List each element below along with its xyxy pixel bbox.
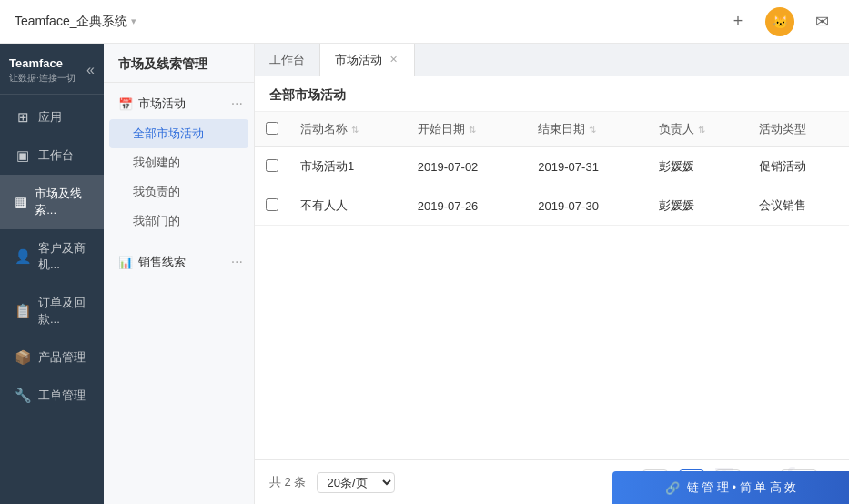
sidebar: 市场及线索管理 📅 市场活动 ··· 全部市场活动 我创建的 我负责的 我部门的… — [104, 44, 255, 504]
app-title-text: Teamface_企典系统 — [15, 14, 127, 30]
topbar-actions: + 🐱 ✉ — [725, 7, 834, 36]
nav-item-customer[interactable]: 👤 客户及商机... — [0, 229, 104, 284]
table-title: 全部市场活动 — [255, 76, 849, 112]
market-activity-label: 市场活动 — [138, 96, 186, 112]
promo-bar: 🔗 链 管 理 • 简 单 高 效 — [612, 471, 849, 504]
nav-label-orders: 订单及回款... — [38, 295, 89, 328]
sort-start-date[interactable]: 开始日期 ⇅ — [418, 121, 476, 137]
table-body: 市场活动1 2019-07-02 2019-07-31 彭媛媛 促销活动 不有人… — [255, 147, 849, 226]
sidebar-sales-leads[interactable]: 📊 销售线索 ··· — [104, 247, 254, 277]
th-start-date-label: 开始日期 — [418, 121, 465, 137]
th-name-label: 活动名称 — [300, 121, 348, 137]
tabs-bar: 工作台 市场活动 ✕ — [255, 44, 849, 76]
nav-item-workorder[interactable]: 🔧 工单管理 — [0, 377, 104, 415]
content-area: 工作台 市场活动 ✕ 全部市场活动 — [255, 44, 849, 504]
row-start-date: 2019-07-02 — [407, 147, 528, 186]
sort-icon-name: ⇅ — [351, 125, 359, 135]
sort-end-date[interactable]: 结束日期 ⇅ — [538, 121, 596, 137]
topbar: Teamface_企典系统 ▾ + 🐱 ✉ — [0, 0, 849, 44]
sales-leads-more[interactable]: ··· — [231, 254, 243, 270]
app-title[interactable]: Teamface_企典系统 ▾ — [15, 14, 136, 30]
sidebar-section-market: 📅 市场活动 ··· 全部市场活动 我创建的 我负责的 我部门的 — [104, 83, 254, 241]
table-row: 不有人人 2019-07-26 2019-07-30 彭媛媛 会议销售 — [255, 186, 849, 226]
nav-label-apps: 应用 — [38, 109, 62, 126]
tab-close-icon[interactable]: ✕ — [388, 52, 399, 67]
select-all-checkbox[interactable] — [266, 122, 278, 135]
logo-area: Teamface 让数据·连接一切 « — [0, 44, 104, 95]
avatar[interactable]: 🐱 — [765, 7, 794, 36]
th-end-date: 结束日期 ⇅ — [527, 112, 648, 147]
tab-workbench-label: 工作台 — [269, 52, 305, 68]
apps-icon: ⊞ — [15, 109, 31, 126]
mail-button[interactable]: ✉ — [809, 9, 834, 35]
sort-name[interactable]: 活动名称 ⇅ — [300, 121, 359, 137]
logo-subtitle: 让数据·连接一切 — [9, 72, 76, 85]
row-end-date: 2019-07-30 — [527, 186, 648, 226]
logo-name: Teamface — [9, 56, 76, 72]
pagination-total: 共 2 条 — [269, 474, 306, 490]
nav-items: ⊞ 应用 ▣ 工作台 ▦ 市场及线索... 👤 客户及商机... 📋 订单及回款… — [0, 95, 104, 415]
nav-item-products[interactable]: 📦 产品管理 — [0, 338, 104, 377]
sidebar-sub-my-created[interactable]: 我创建的 — [104, 148, 254, 177]
nav-item-apps[interactable]: ⊞ 应用 — [0, 98, 104, 136]
row-type: 促销活动 — [748, 147, 849, 186]
row-owner: 彭媛媛 — [648, 186, 748, 226]
sales-leads-label: 销售线索 — [138, 254, 186, 270]
sidebar-section-sales: 📊 销售线索 ··· — [104, 241, 254, 283]
sort-owner[interactable]: 负责人 ⇅ — [659, 121, 705, 137]
add-button[interactable]: + — [725, 9, 751, 35]
row-checkbox-0[interactable] — [266, 159, 278, 172]
customer-icon: 👤 — [15, 248, 31, 265]
row-name: 市场活动1 — [289, 147, 407, 186]
th-owner-label: 负责人 — [659, 121, 694, 137]
workbench-icon: ▣ — [15, 147, 31, 164]
row-checkbox-1[interactable] — [266, 198, 278, 211]
row-checkbox-cell — [255, 147, 289, 186]
sidebar-market-activity[interactable]: 📅 市场活动 ··· — [104, 88, 254, 119]
market-activity-more[interactable]: ··· — [231, 96, 243, 112]
row-type: 会议销售 — [748, 186, 849, 226]
row-owner: 彭媛媛 — [648, 147, 748, 186]
sort-icon-start: ⇅ — [469, 125, 476, 135]
sort-icon-end: ⇅ — [589, 125, 596, 135]
row-name: 不有人人 — [289, 186, 407, 226]
sidebar-sub-my-responsible[interactable]: 我负责的 — [104, 177, 254, 207]
row-start-date: 2019-07-26 — [407, 186, 528, 226]
th-owner: 负责人 ⇅ — [648, 112, 748, 147]
table-header-row: 活动名称 ⇅ 开始日期 ⇅ — [255, 112, 849, 147]
nav-label-workbench: 工作台 — [38, 147, 74, 164]
promo-icon: 🔗 — [665, 481, 680, 495]
products-icon: 📦 — [15, 349, 31, 366]
table-area: 全部市场活动 活动名称 ⇅ — [255, 76, 849, 504]
th-name: 活动名称 ⇅ — [289, 112, 407, 147]
nav-label-workorder: 工单管理 — [38, 388, 86, 404]
sidebar-sub-all-activity[interactable]: 全部市场活动 — [109, 119, 248, 148]
page-size-select[interactable]: 10条/页20条/页50条/页100条/页 — [317, 472, 395, 493]
market-activity-icon: 📅 — [118, 97, 133, 111]
orders-icon: 📋 — [15, 303, 31, 319]
workorder-icon: 🔧 — [15, 388, 31, 404]
table-row: 市场活动1 2019-07-02 2019-07-31 彭媛媛 促销活动 — [255, 147, 849, 186]
nav-item-orders[interactable]: 📋 订单及回款... — [0, 284, 104, 338]
sort-icon-owner: ⇅ — [698, 125, 705, 135]
dropdown-icon: ▾ — [131, 15, 136, 27]
nav-item-workbench[interactable]: ▣ 工作台 — [0, 136, 104, 175]
nav-label-products: 产品管理 — [38, 349, 86, 366]
left-nav: Teamface 让数据·连接一切 « ⊞ 应用 ▣ 工作台 ▦ 市场及线索..… — [0, 44, 104, 504]
th-end-date-label: 结束日期 — [538, 121, 585, 137]
promo-text: 链 管 理 • 简 单 高 效 — [687, 479, 797, 496]
nav-item-market[interactable]: ▦ 市场及线索... — [0, 175, 104, 229]
nav-label-market: 市场及线索... — [35, 186, 89, 218]
nav-label-customer: 客户及商机... — [38, 240, 89, 273]
th-start-date: 开始日期 ⇅ — [407, 112, 528, 147]
sidebar-sub-my-dept[interactable]: 我部门的 — [104, 207, 254, 236]
data-table: 活动名称 ⇅ 开始日期 ⇅ — [255, 112, 849, 226]
sales-leads-icon: 📊 — [118, 256, 133, 269]
row-checkbox-cell — [255, 186, 289, 226]
collapse-button[interactable]: « — [86, 62, 95, 78]
tab-market-activity[interactable]: 市场活动 ✕ — [320, 44, 415, 76]
tab-workbench[interactable]: 工作台 — [255, 44, 320, 76]
th-type-label: 活动类型 — [759, 122, 806, 136]
sidebar-header: 市场及线索管理 — [104, 44, 254, 83]
market-icon: ▦ — [15, 194, 27, 210]
